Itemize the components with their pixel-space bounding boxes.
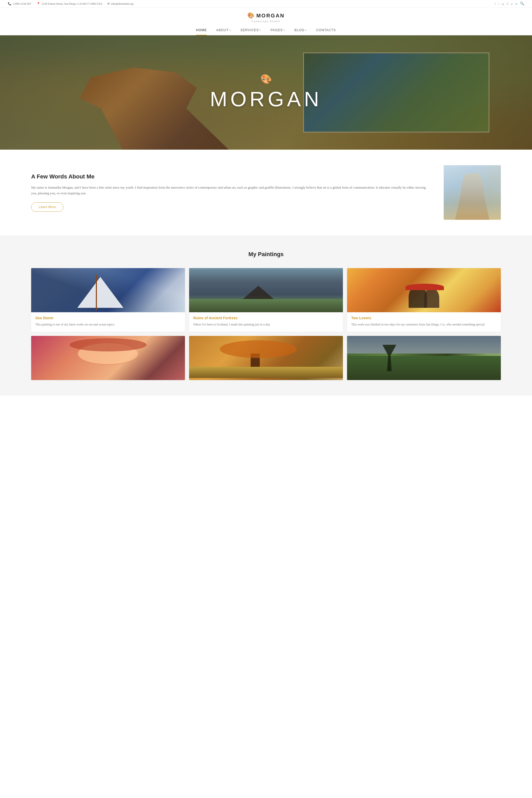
facebook-icon[interactable]: f — [495, 2, 496, 5]
painting-desc-ruins: When I've been to Scotland, I made this … — [193, 322, 339, 327]
chevron-down-icon: ▾ — [305, 29, 307, 32]
about-image-overlay — [444, 165, 501, 220]
top-bar-right: f t ig G p in 🔍 — [495, 2, 524, 6]
main-nav: HOME ABOUT ▾ SERVICES ▾ PAGES ▾ BLOG ▾ C… — [0, 25, 532, 35]
learn-more-button[interactable]: Learn More — [31, 202, 63, 212]
painting-image-green — [347, 336, 501, 380]
twitter-icon[interactable]: t — [498, 2, 499, 5]
painting-card-ruins: Ruins of Ancient Fortress When I've been… — [189, 268, 343, 332]
hero-title: MORGAN — [210, 87, 322, 111]
address-icon: 📍 — [37, 2, 40, 5]
paintings-grid: Sea Storm This painting is one of my lat… — [31, 268, 501, 380]
google-icon[interactable]: G — [507, 2, 509, 5]
chevron-down-icon: ▾ — [260, 29, 261, 32]
painting-title-two-lovers: Two Lovers — [351, 316, 497, 320]
about-heading: A Few Words About Me — [31, 173, 428, 180]
sky-green — [347, 336, 501, 354]
nav-pages[interactable]: PAGES ▾ — [270, 28, 285, 32]
brand-name: MORGAN — [256, 13, 285, 19]
painting-image-two-lovers — [347, 268, 501, 312]
about-body: My name is Samantha Morgan, and I have b… — [31, 185, 428, 196]
umbrella-shape — [405, 284, 444, 290]
painting-desc-two-lovers: This work was finished in two days for m… — [351, 322, 497, 327]
painting-info-two-lovers: Two Lovers This work was finished in two… — [347, 312, 501, 332]
logo-area: 🎨 MORGAN — [0, 12, 532, 19]
tree-canopy — [220, 340, 297, 358]
phone-info: 📞 1-800-1234-567 — [8, 2, 32, 5]
nav-about[interactable]: ABOUT ▾ — [216, 28, 231, 32]
nav-blog[interactable]: BLOG ▾ — [294, 28, 307, 32]
tagline: Landscape Studio — [0, 19, 532, 23]
painting-image-ruins — [189, 268, 343, 312]
instagram-icon[interactable]: ig — [501, 2, 504, 5]
phone-number: 1-800-1234-567 — [13, 2, 32, 5]
figure2 — [424, 288, 439, 308]
portrait-hair — [70, 338, 147, 352]
email-info: ✉ info@demolink.org — [107, 2, 134, 5]
about-image — [444, 165, 501, 220]
top-bar-left: 📞 1-800-1234-567 📍 2130 Fulton Street, S… — [8, 2, 134, 5]
hero-section: 🎨 MORGAN — [0, 35, 532, 150]
painting-image-portrait — [31, 336, 185, 380]
painting-title-ruins: Ruins of Ancient Fortress — [193, 316, 339, 320]
email-text: info@demolink.org — [111, 2, 134, 5]
mast-shape — [96, 275, 97, 310]
search-icon[interactable]: 🔍 — [520, 2, 524, 6]
painting-card-green — [347, 336, 501, 380]
painting-card-two-lovers: Two Lovers This work was finished in two… — [347, 268, 501, 332]
about-text: A Few Words About Me My name is Samantha… — [31, 173, 428, 212]
logo-icon: 🎨 — [247, 12, 254, 19]
paintings-section: My Paintings Sea Storm This painting is … — [0, 235, 532, 396]
painting-title-sea-storm: Sea Storm — [35, 316, 181, 320]
painting-card-sea-storm: Sea Storm This painting is one of my lat… — [31, 268, 185, 332]
hero-content: 🎨 MORGAN — [0, 35, 532, 150]
foliage-green — [347, 356, 501, 380]
ground-autumn — [189, 367, 343, 378]
painting-info-sea-storm: Sea Storm This painting is one of my lat… — [31, 312, 185, 332]
painting-card-autumn — [189, 336, 343, 380]
painting-image-autumn — [189, 336, 343, 380]
painting-info-ruins: Ruins of Ancient Fortress When I've been… — [189, 312, 343, 332]
nav-contacts[interactable]: CONTACTS — [316, 28, 336, 32]
painting-image-sea-storm — [31, 268, 185, 312]
address-text: 2130 Fulton Street, San Diego, CA 94117-… — [41, 2, 102, 5]
chevron-down-icon: ▾ — [284, 29, 285, 32]
site-header: 🎨 MORGAN Landscape Studio — [0, 7, 532, 25]
palette-icon: 🎨 — [260, 74, 272, 85]
pinterest-icon[interactable]: p — [511, 2, 513, 5]
email-icon: ✉ — [107, 2, 110, 5]
address-info: 📍 2130 Fulton Street, San Diego, CA 9411… — [37, 2, 102, 5]
nav-home[interactable]: HOME — [196, 28, 207, 32]
linkedin-icon[interactable]: in — [515, 2, 517, 5]
about-section: A Few Words About Me My name is Samantha… — [0, 150, 532, 235]
ground-shape — [189, 299, 343, 312]
phone-icon: 📞 — [8, 2, 12, 5]
painting-card-portrait — [31, 336, 185, 380]
painting-desc-sea-storm: This painting is one of my latest works … — [35, 322, 181, 327]
top-bar: 📞 1-800-1234-567 📍 2130 Fulton Street, S… — [0, 0, 532, 7]
nav-services[interactable]: SERVICES ▾ — [240, 28, 261, 32]
paintings-heading: My Paintings — [31, 251, 501, 258]
chevron-down-icon: ▾ — [229, 29, 231, 32]
